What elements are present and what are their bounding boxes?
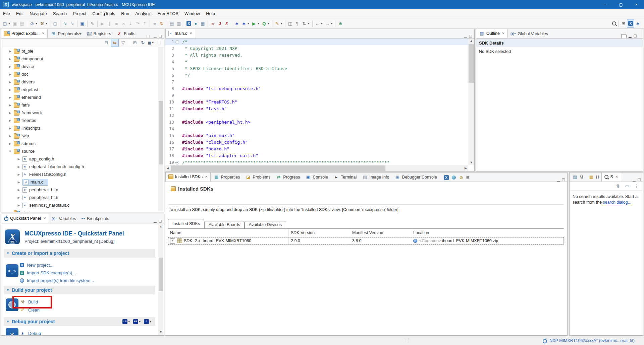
tab-properties[interactable]: ▦Properties xyxy=(211,172,243,182)
code-line-10[interactable]: 10#include "FreeRTOS.h" xyxy=(165,99,468,106)
close-icon[interactable]: ✕ xyxy=(615,175,618,179)
tree-item-fatfs[interactable]: ▶fatfs xyxy=(1,101,158,109)
code-editor[interactable]: 1−/*2 * Copyright 2021 NXP3 * All rights… xyxy=(165,39,468,165)
code-line-17[interactable]: 17#include "board.h" xyxy=(165,146,468,152)
close-icon[interactable]: ✕ xyxy=(205,175,208,179)
minimize-view-icon[interactable]: ▁ xyxy=(154,34,156,38)
chevron-right-icon[interactable]: ▶ xyxy=(17,157,20,161)
column-header-location[interactable]: Location xyxy=(411,229,564,237)
chevron-right-icon[interactable]: ▶ xyxy=(8,50,12,53)
word-wrap-icon-button[interactable]: ⇅▼ xyxy=(301,19,311,27)
swo-trace-icon-button[interactable]: ∿ xyxy=(62,19,69,27)
open-perspective-icon-button[interactable]: ⊞ xyxy=(620,19,627,27)
resume-icon-button[interactable]: ▶ xyxy=(99,19,106,27)
refresh-icon-button[interactable]: ↻ xyxy=(139,39,147,47)
debug-bug-icon-button[interactable]: ∗ xyxy=(233,19,240,27)
menu-file[interactable]: File xyxy=(0,9,13,18)
back-icon-button[interactable]: ←▼ xyxy=(314,19,324,27)
chevron-right-icon[interactable]: ▶ xyxy=(17,196,20,199)
step-return-icon-button[interactable]: ⇡ xyxy=(141,19,148,27)
column-header-sdk-version[interactable]: SDK Version xyxy=(289,229,350,237)
close-icon[interactable]: ✕ xyxy=(42,31,45,35)
scroll-left-icon[interactable]: ◀ xyxy=(165,165,170,171)
minimize-view-icon[interactable]: ▁ xyxy=(557,177,559,182)
menu-configtools[interactable]: ConfigTools xyxy=(89,9,118,18)
menu-run[interactable]: Run xyxy=(118,9,132,18)
sphere-icon-button[interactable] xyxy=(451,174,457,182)
tree-item-peripheral-ht-h[interactable]: ▶hperipheral_ht.h xyxy=(1,194,158,201)
step-into-icon-button[interactable]: ⇣ xyxy=(127,19,134,27)
menu-edit[interactable]: Edit xyxy=(13,9,26,18)
fold-minus-icon[interactable]: − xyxy=(175,161,179,164)
column-header-name[interactable]: Name xyxy=(168,229,289,237)
debug-bug-alt-icon-button[interactable]: ∗▼ xyxy=(240,19,251,27)
chevron-right-icon[interactable]: ▶ xyxy=(8,119,12,122)
menu-help[interactable]: Help xyxy=(203,9,218,18)
tree-item-lwip[interactable]: ▶lwip xyxy=(1,132,158,140)
image-info-icon-button[interactable]: ▦ xyxy=(199,19,206,27)
fold-minus-icon[interactable]: − xyxy=(175,40,179,44)
code-line-19[interactable]: 19−/************************************… xyxy=(165,159,468,165)
chevron-down-icon[interactable]: ▼ xyxy=(8,150,12,153)
tab-main-c[interactable]: cmain.c✕ xyxy=(165,29,195,38)
chevron-right-icon[interactable]: ▶ xyxy=(17,204,20,207)
tree-item-freertosconfig-h[interactable]: ▶hFreeRTOSConfig.h xyxy=(1,170,158,178)
expand-results-icon-button[interactable]: ⇅ xyxy=(614,183,622,190)
build-hammer-icon-button[interactable]: ⚒▼ xyxy=(39,19,49,27)
tab-terminal[interactable]: ▸Terminal xyxy=(331,172,359,182)
close-icon[interactable]: ✕ xyxy=(43,216,46,220)
search-menu-icon-button[interactable]: ⋮ xyxy=(633,183,640,190)
close-icon[interactable]: ✕ xyxy=(190,31,192,35)
run-icon-button[interactable]: ▶▼ xyxy=(251,19,261,27)
target-device-status[interactable]: NXP MIMXRT1062xxxxA* (evkmimx...eral_ht) xyxy=(543,336,635,345)
menu-project[interactable]: Project xyxy=(70,9,89,18)
forward-icon-button[interactable]: →▼ xyxy=(324,19,334,27)
tree-item-framework[interactable]: ▶framework xyxy=(1,109,158,117)
tab-peripherals[interactable]: ⊞Peripherals+ xyxy=(48,29,84,38)
scroll-right-icon[interactable]: ▶ xyxy=(463,165,468,171)
connect-icon-button[interactable]: ⊕ xyxy=(337,19,344,27)
tree-item-ethermind[interactable]: ▶ethermind xyxy=(1,93,158,101)
scrollbar-thumb[interactable] xyxy=(469,44,474,83)
project-tree-scrollbar[interactable] xyxy=(158,47,163,211)
tree-item-bt-ble[interactable]: ▶bt_ble xyxy=(1,47,158,55)
quickstart-scrollbar[interactable]: ▲ ▼ xyxy=(158,224,163,335)
close-button[interactable]: × xyxy=(629,0,644,9)
chevron-right-icon[interactable]: ▶ xyxy=(17,181,20,184)
tab-m[interactable]: ▤M xyxy=(570,172,586,182)
tab-breakpoints[interactable]: ●●Breakpoints xyxy=(79,214,112,223)
step-over-icon-button[interactable]: ↷ xyxy=(134,19,141,27)
tab-h[interactable]: ▦H xyxy=(586,172,601,182)
scroll-up-icon[interactable]: ▲ xyxy=(468,39,474,44)
minimize-view-icon[interactable]: ▁ xyxy=(464,34,467,38)
instruction-stepping-icon-button[interactable]: ≡ xyxy=(151,19,158,27)
tab-installed-sdks[interactable]: Installed SDKs✕ xyxy=(165,172,211,182)
scrollbar-thumb[interactable] xyxy=(159,101,163,164)
menu-window[interactable]: Window xyxy=(181,9,203,18)
maximize-view-icon[interactable]: ▢ xyxy=(469,34,472,38)
editor-hscrollbar[interactable]: ◀ ▶ xyxy=(165,165,468,171)
chevron-right-icon[interactable]: ▶ xyxy=(8,134,12,138)
code-line-11[interactable]: 11#include "task.h" xyxy=(165,106,468,112)
show-whitespace-icon-button[interactable]: ¶ xyxy=(294,19,301,27)
column-header-manifest-version[interactable]: Manifest Version xyxy=(350,229,411,237)
tree-item-freertos[interactable]: ▶freertos xyxy=(1,117,158,124)
tree-item-edgefast[interactable]: ▶edgefast xyxy=(1,86,158,93)
menu-freertos[interactable]: FreeRTOS xyxy=(155,9,181,18)
fold-collapse-icon[interactable]: − xyxy=(174,159,180,165)
perspective-develop-icon-button[interactable]: X xyxy=(627,19,634,28)
minimize-view-icon[interactable]: ▁ xyxy=(633,177,635,182)
toggle-split-icon-button[interactable]: ◫ xyxy=(287,19,294,27)
tree-item-source[interactable]: ▼source xyxy=(1,147,158,155)
maximize-view-icon[interactable]: ▢ xyxy=(634,33,637,38)
red-probe-icon-button[interactable]: ∝ xyxy=(209,19,216,27)
section-create-or-import[interactable]: ▼Create or import a project xyxy=(4,249,155,258)
menu-analysis[interactable]: Analysis xyxy=(132,9,154,18)
tree-item-edgefast-bluetooth-config-h[interactable]: ▶hedgefast_bluetooth_config.h xyxy=(1,163,158,170)
tree-item-startup[interactable]: ▶startup xyxy=(1,209,158,212)
quickstart-item-import-sdk-example-s[interactable]: XImport SDK example(s)... xyxy=(20,269,76,277)
linkserver-probe-button[interactable]: LS▼ xyxy=(122,318,131,326)
pencil-tool-icon-button[interactable]: ✎ xyxy=(89,19,96,27)
quickstart-item-debug[interactable]: ∗Debug xyxy=(20,329,41,335)
fold-collapse-icon[interactable]: − xyxy=(174,39,180,45)
